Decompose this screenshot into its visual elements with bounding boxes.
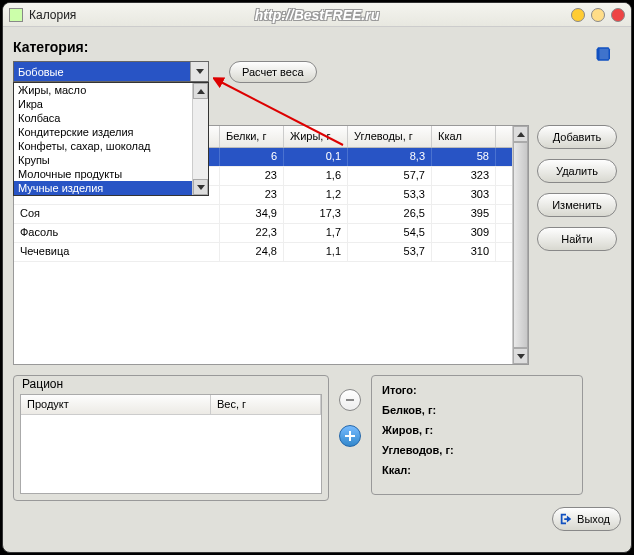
summary-protein: Белков, г: [382, 404, 572, 416]
combo-scrollbar[interactable] [192, 83, 208, 195]
table-row[interactable]: Чечевица24,81,153,7310 [14, 243, 512, 262]
col-kcal[interactable]: Ккал [432, 126, 496, 147]
exit-button[interactable]: Выход [552, 507, 621, 531]
summary-fat: Жиров, г: [382, 424, 572, 436]
maximize-button[interactable] [591, 8, 605, 22]
scroll-down-icon[interactable] [513, 348, 528, 364]
col-fat[interactable]: Жиры, г [284, 126, 348, 147]
summary-kcal: Ккал: [382, 464, 572, 476]
combo-dropdown: Жиры, маслоИкраКолбасаКондитерские издел… [13, 82, 209, 196]
ration-group: Рацион Продукт Вес, г [13, 375, 329, 501]
add-button[interactable]: Добавить [537, 125, 617, 149]
combo-option[interactable]: Икра [14, 97, 192, 111]
combo-selected: Бобовые [14, 62, 190, 81]
calc-weight-button[interactable]: Расчет веса [229, 61, 317, 83]
category-label: Категория: [13, 39, 621, 55]
ration-table: Продукт Вес, г [20, 394, 322, 494]
scroll-up-icon[interactable] [513, 126, 528, 142]
summary-box: Итого: Белков, г: Жиров, г: Углеводов, г… [371, 375, 583, 495]
remove-from-ration-button[interactable] [339, 389, 361, 411]
table-scrollbar[interactable] [512, 126, 528, 364]
category-combo[interactable]: Бобовые Жиры, маслоИкраКолбасаКондитерск… [13, 61, 209, 82]
ration-col-product[interactable]: Продукт [21, 395, 211, 414]
ration-col-weight[interactable]: Вес, г [211, 395, 321, 414]
combo-option[interactable]: Мучные изделия [14, 181, 192, 195]
scroll-thumb[interactable] [513, 142, 528, 348]
table-row[interactable]: Соя34,917,326,5395 [14, 205, 512, 224]
col-protein[interactable]: Белки, г [220, 126, 284, 147]
combo-option[interactable]: Кондитерские изделия [14, 125, 192, 139]
add-to-ration-button[interactable] [339, 425, 361, 447]
combo-option[interactable]: Крупы [14, 153, 192, 167]
table-row[interactable]: Фасоль22,31,754,5309 [14, 224, 512, 243]
delete-button[interactable]: Удалить [537, 159, 617, 183]
combo-option[interactable]: Конфеты, сахар, шоколад [14, 139, 192, 153]
minus-icon [346, 399, 354, 401]
summary-carb: Углеводов, г: [382, 444, 572, 456]
find-button[interactable]: Найти [537, 227, 617, 251]
summary-total: Итого: [382, 384, 572, 396]
col-carb[interactable]: Углеводы, г [348, 126, 432, 147]
combo-arrow[interactable] [190, 62, 208, 81]
plus-icon [345, 431, 355, 441]
ration-title: Рацион [20, 377, 65, 391]
close-button[interactable] [611, 8, 625, 22]
app-icon [9, 8, 23, 22]
titlebar: Калория http://BestFREE.ru [3, 3, 631, 27]
combo-option[interactable]: Молочные продукты [14, 167, 192, 181]
exit-icon [559, 512, 573, 526]
help-icon[interactable] [595, 45, 613, 63]
minimize-button[interactable] [571, 8, 585, 22]
chevron-down-icon [196, 69, 204, 74]
window-title: Калория [29, 8, 76, 22]
combo-option[interactable]: Жиры, масло [14, 83, 192, 97]
combo-option[interactable]: Колбаса [14, 111, 192, 125]
edit-button[interactable]: Изменить [537, 193, 617, 217]
watermark: http://BestFREE.ru [255, 7, 379, 23]
app-window: Калория http://BestFREE.ru Категория: Бо… [2, 2, 632, 553]
